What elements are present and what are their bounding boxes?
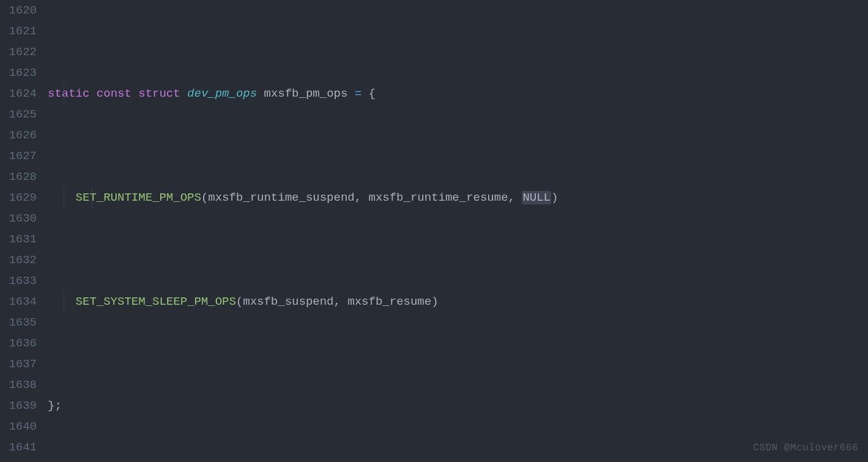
argument: mxsfb_resume bbox=[347, 295, 431, 308]
line-number: 1626 bbox=[0, 125, 37, 146]
line-number: 1634 bbox=[0, 291, 37, 312]
identifier: mxsfb_pm_ops bbox=[264, 87, 348, 100]
macro-call: SET_RUNTIME_PM_OPS bbox=[76, 191, 201, 204]
line-number: 1641 bbox=[0, 437, 37, 458]
line-number: 1623 bbox=[0, 62, 37, 83]
paren: ) bbox=[551, 191, 558, 204]
macro-call: SET_SYSTEM_SLEEP_PM_OPS bbox=[76, 295, 236, 308]
code-line[interactable]: }; bbox=[48, 395, 868, 416]
keyword: struct bbox=[138, 87, 180, 100]
line-number: 1637 bbox=[0, 354, 37, 374]
comma: , bbox=[508, 191, 515, 204]
line-number: 1631 bbox=[0, 229, 37, 250]
code-line[interactable]: SET_SYSTEM_SLEEP_PM_OPS(mxsfb_suspend, m… bbox=[48, 291, 868, 312]
line-number: 1638 bbox=[0, 374, 37, 395]
argument: mxsfb_suspend bbox=[243, 295, 333, 308]
line-number: 1620 bbox=[0, 0, 37, 21]
paren: ) bbox=[431, 295, 438, 308]
line-gutter: 1620162116221623162416251626162716281629… bbox=[0, 0, 48, 462]
line-number: 1632 bbox=[0, 250, 37, 270]
line-number: 1633 bbox=[0, 270, 37, 291]
line-number: 1629 bbox=[0, 187, 37, 208]
brace-close: }; bbox=[48, 399, 62, 412]
code-line[interactable]: static const struct dev_pm_ops mxsfb_pm_… bbox=[48, 83, 868, 104]
line-number: 1625 bbox=[0, 104, 37, 125]
line-number: 1628 bbox=[0, 166, 37, 187]
line-number: 1636 bbox=[0, 333, 37, 354]
code-line[interactable]: SET_RUNTIME_PM_OPS(mxsfb_runtime_suspend… bbox=[48, 187, 868, 208]
line-number: 1624 bbox=[0, 83, 37, 104]
argument: mxsfb_runtime_resume bbox=[369, 191, 508, 204]
paren: ( bbox=[236, 295, 243, 308]
brace: { bbox=[369, 87, 376, 100]
type-name: dev_pm_ops bbox=[187, 87, 257, 100]
argument: mxsfb_runtime_suspend bbox=[208, 191, 354, 204]
keyword: const bbox=[97, 87, 132, 100]
paren: ( bbox=[201, 191, 208, 204]
comma: , bbox=[355, 191, 362, 204]
line-number: 1640 bbox=[0, 416, 37, 437]
line-number: 1627 bbox=[0, 146, 37, 166]
line-number: 1621 bbox=[0, 21, 37, 42]
null-literal: NULL bbox=[522, 191, 551, 204]
comma: , bbox=[334, 295, 341, 308]
line-number: 1635 bbox=[0, 312, 37, 333]
code-editor[interactable]: 1620162116221623162416251626162716281629… bbox=[0, 0, 868, 462]
operator: = bbox=[355, 87, 362, 100]
keyword: static bbox=[48, 87, 89, 100]
line-number: 1639 bbox=[0, 395, 37, 416]
line-number: 1622 bbox=[0, 42, 37, 62]
code-area[interactable]: static const struct dev_pm_ops mxsfb_pm_… bbox=[48, 0, 868, 462]
line-number: 1630 bbox=[0, 208, 37, 229]
